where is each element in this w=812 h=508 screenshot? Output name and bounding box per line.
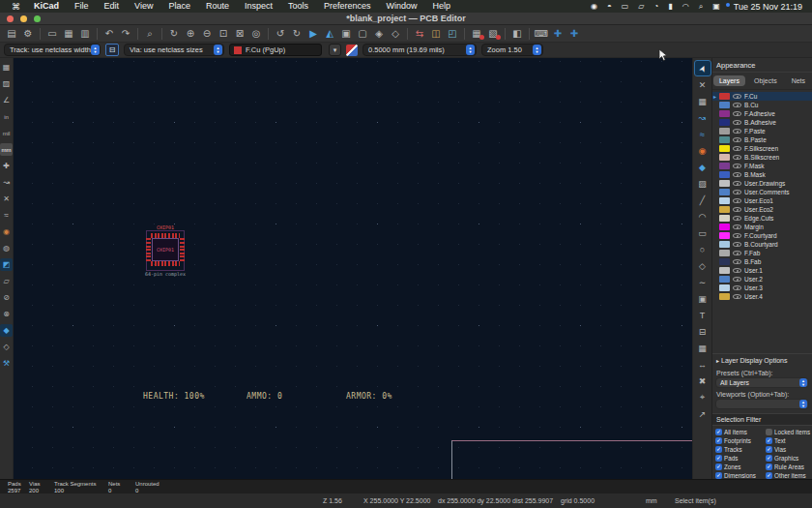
grid-off-toggle[interactable]: ▨ (0, 77, 13, 90)
grid-select[interactable]: 0.5000 mm (19.69 mils) ▲▼ (362, 44, 477, 56)
spotlight-icon[interactable]: ⌕ (694, 2, 708, 12)
schematic-parity-button[interactable]: ◫ (428, 26, 444, 41)
layer-row[interactable]: F.Cu (712, 92, 812, 101)
layer-row[interactable]: Margin (712, 223, 812, 231)
health-text[interactable]: HEALTH: 100% (143, 392, 205, 401)
wifi-icon[interactable]: ◠ (678, 2, 694, 11)
footprint-pads-bottom[interactable] (151, 261, 180, 266)
layer-row[interactable]: B.Silkscreen (712, 153, 812, 162)
visibility-eye-icon[interactable] (733, 251, 741, 255)
page-settings-button[interactable]: ▭ (44, 26, 60, 41)
filter-tracks[interactable]: Tracks (715, 446, 766, 453)
ungroup-button[interactable]: ▢ (355, 26, 370, 41)
visibility-eye-icon[interactable] (733, 103, 741, 107)
layer-swatch[interactable] (719, 163, 730, 169)
menu-help[interactable]: Help (425, 0, 459, 13)
draw-polygon-button[interactable]: ◇ (695, 258, 710, 273)
menu-place[interactable]: Place (160, 0, 198, 13)
sketch-vias-toggle[interactable]: ⊘ (0, 291, 13, 304)
layer-row[interactable]: B.Paste (712, 135, 812, 144)
zoom-objects-button[interactable]: ◎ (248, 26, 264, 41)
track-width-select[interactable]: Track: use netclass width ▲▼ (4, 44, 101, 56)
visibility-eye-icon[interactable] (733, 268, 741, 273)
draw-arc-button[interactable]: ◠ (695, 209, 710, 224)
menu-view[interactable]: View (127, 0, 160, 13)
polar-coordinates-toggle[interactable]: ∠ (0, 94, 13, 106)
footprint-chip[interactable]: CHIP01 CHIP01 64-pin complex (143, 224, 188, 279)
draw-line-button[interactable]: ╱ (695, 193, 710, 207)
layer-row[interactable]: User.Eco1 (712, 196, 812, 205)
filter-pads[interactable]: Pads (715, 455, 766, 462)
visibility-eye-icon[interactable] (733, 233, 741, 238)
plot-button[interactable]: ▥ (77, 26, 93, 41)
checkbox[interactable] (766, 429, 772, 435)
tab-layers[interactable]: Layers (713, 75, 745, 86)
visibility-eye-icon[interactable] (733, 164, 741, 168)
measure-button[interactable]: ↗ (695, 406, 710, 421)
pcb-canvas[interactable]: CHIP01 CHIP01 64-pin complex HEALTH: 100… (14, 58, 692, 479)
layer-row[interactable]: B.Courtyard (712, 240, 812, 249)
redo-button[interactable]: ↷ (118, 26, 133, 41)
layer-swatch[interactable] (719, 215, 730, 222)
refresh-button[interactable]: ↻ (166, 26, 182, 41)
filter-all-items[interactable]: All items (715, 429, 766, 435)
zoom-select[interactable]: Zoom 1.50 ▲▼ (481, 44, 543, 56)
auto-track-width-button[interactable]: ⊟ (105, 44, 119, 56)
menu-preferences[interactable]: Preferences (316, 0, 379, 13)
visibility-eye-icon[interactable] (733, 146, 741, 151)
display-icon[interactable]: ▭ (617, 2, 634, 11)
add-dimension-button[interactable]: ↔ (695, 357, 710, 372)
layer-row[interactable]: B.Fab (712, 257, 812, 266)
units-mm-button[interactable]: mm (0, 143, 13, 156)
layer-row[interactable]: B.Adhesive (712, 118, 812, 127)
layer-display-options-expander[interactable]: ▸ Layer Display Options (712, 353, 812, 367)
layer-swatch[interactable] (719, 250, 730, 256)
checkbox[interactable] (766, 463, 772, 470)
board-setup-button[interactable]: ⚙ (20, 26, 36, 41)
filter-dimensions[interactable]: Dimensions (715, 472, 766, 479)
layer-row[interactable]: User.Eco2 (712, 205, 812, 214)
visibility-eye-icon[interactable] (733, 120, 741, 125)
visibility-eye-icon[interactable] (733, 129, 741, 134)
menu-inspect[interactable]: Inspect (237, 0, 280, 13)
layer-swatch[interactable] (719, 180, 730, 187)
menu-window[interactable]: Window (379, 0, 425, 13)
checkbox[interactable] (715, 437, 722, 444)
layer-swatch[interactable] (719, 276, 730, 283)
layer-swatch[interactable] (719, 136, 730, 143)
zoom-selection-button[interactable]: ⊠ (232, 26, 247, 41)
add-filled-zone-button[interactable]: ◆ (695, 160, 710, 174)
layer-swatch[interactable] (719, 206, 730, 213)
plot-fabrication-button[interactable]: ◰ (445, 26, 460, 41)
via-size-select[interactable]: Via: use netclass sizes ▲▼ (124, 44, 224, 56)
viewports-select[interactable]: ▲▼ (715, 399, 809, 409)
layer-row[interactable]: F.Silkscreen (712, 144, 812, 153)
layer-swatch[interactable] (719, 102, 730, 108)
sketch-tracks-toggle[interactable]: ⊗ (0, 308, 13, 320)
layer-swatch[interactable] (719, 145, 730, 152)
layer-row[interactable]: B.Cu (712, 101, 812, 109)
scripting-console-button[interactable]: ⌨ (534, 26, 549, 41)
save-button[interactable]: ▤ (4, 26, 19, 41)
lock-button[interactable]: ◈ (371, 26, 387, 41)
add-footprint-button[interactable]: ▦ (695, 94, 710, 108)
curved-ratsnest-toggle[interactable]: ≈ (0, 209, 13, 222)
add-textbox-button[interactable]: ⊟ (695, 324, 710, 339)
layer-swatch[interactable] (719, 189, 730, 195)
layer-pair-toggle[interactable] (346, 45, 358, 56)
show-ratsnest-toggle[interactable]: ✕ (0, 193, 13, 205)
visibility-eye-icon[interactable] (733, 259, 741, 264)
layer-swatch[interactable] (719, 284, 730, 291)
screen-record-icon[interactable]: ◉ (586, 2, 602, 11)
stage-manager-icon[interactable]: ▱ (633, 2, 649, 11)
layer-swatch[interactable] (719, 171, 730, 178)
visibility-eye-icon[interactable] (733, 216, 741, 221)
layer-swatch[interactable] (719, 93, 730, 100)
net-color-mode-toggle[interactable]: ◍ (0, 242, 13, 254)
visibility-eye-icon[interactable] (733, 190, 741, 194)
layer-row[interactable]: B.Mask (712, 170, 812, 179)
layer-swatch[interactable] (719, 267, 730, 274)
layer-row[interactable]: F.Adhesive (712, 109, 812, 118)
draw-bezier-button[interactable]: ∼ (695, 275, 710, 289)
keystroke-viewer-icon[interactable]: ◓ (602, 2, 617, 11)
